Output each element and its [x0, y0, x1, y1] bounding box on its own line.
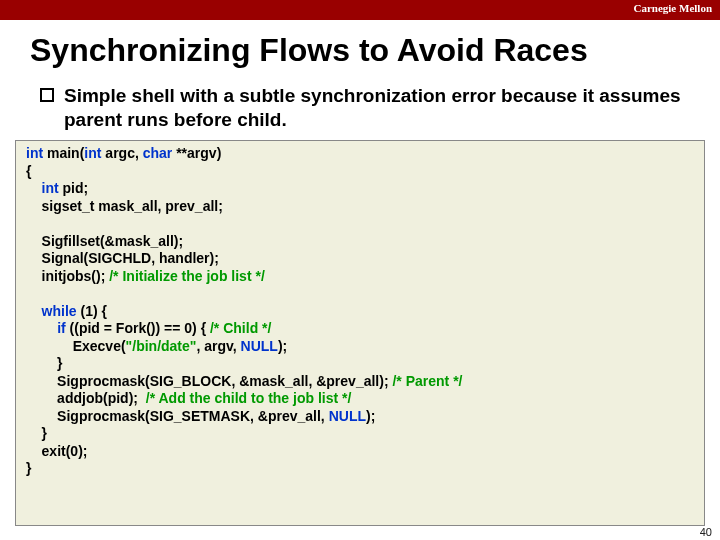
- keyword: int: [84, 145, 101, 161]
- slide-title: Synchronizing Flows to Avoid Races: [30, 32, 588, 69]
- code-line: initjobs(); /* Initialize the job list *…: [26, 268, 694, 286]
- header-bar: Carnegie Mellon: [0, 0, 720, 20]
- code-line: addjob(pid); /* Add the child to the job…: [26, 390, 694, 408]
- keyword: char: [143, 145, 173, 161]
- code-line: }: [26, 425, 694, 443]
- code-line: {: [26, 163, 694, 181]
- code-line: Execve("/bin/date", argv, NULL);: [26, 338, 694, 356]
- comment: /* Parent */: [392, 373, 462, 389]
- comment: /* Add the child to the job list */: [146, 390, 352, 406]
- bullet-item: Simple shell with a subtle synchronizati…: [40, 84, 690, 132]
- university-label: Carnegie Mellon: [633, 2, 712, 14]
- code-line: }: [26, 460, 694, 478]
- slide: Carnegie Mellon Synchronizing Flows to A…: [0, 0, 720, 540]
- code-line: }: [26, 355, 694, 373]
- keyword: int: [26, 145, 43, 161]
- code-line: [26, 215, 694, 233]
- square-bullet-icon: [40, 88, 54, 102]
- code-line: Signal(SIGCHLD, handler);: [26, 250, 694, 268]
- keyword: if: [57, 320, 66, 336]
- code-line: int main(int argc, char **argv): [26, 145, 694, 163]
- page-number: 40: [700, 526, 712, 538]
- code-line: if ((pid = Fork()) == 0) { /* Child */: [26, 320, 694, 338]
- code-block: int main(int argc, char **argv) { int pi…: [15, 140, 705, 526]
- code-line: Sigprocmask(SIG_BLOCK, &mask_all, &prev_…: [26, 373, 694, 391]
- bullet-text: Simple shell with a subtle synchronizati…: [64, 84, 690, 132]
- code-line: [26, 285, 694, 303]
- keyword: NULL: [241, 338, 278, 354]
- code-line: sigset_t mask_all, prev_all;: [26, 198, 694, 216]
- code-line: while (1) {: [26, 303, 694, 321]
- keyword: NULL: [329, 408, 366, 424]
- keyword: int: [42, 180, 59, 196]
- code-line: int pid;: [26, 180, 694, 198]
- comment: /* Initialize the job list */: [109, 268, 265, 284]
- code-line: Sigfillset(&mask_all);: [26, 233, 694, 251]
- code-line: Sigprocmask(SIG_SETMASK, &prev_all, NULL…: [26, 408, 694, 426]
- comment: /* Child */: [210, 320, 271, 336]
- keyword: while: [42, 303, 77, 319]
- string-literal: "/bin/date": [126, 338, 197, 354]
- code-line: exit(0);: [26, 443, 694, 461]
